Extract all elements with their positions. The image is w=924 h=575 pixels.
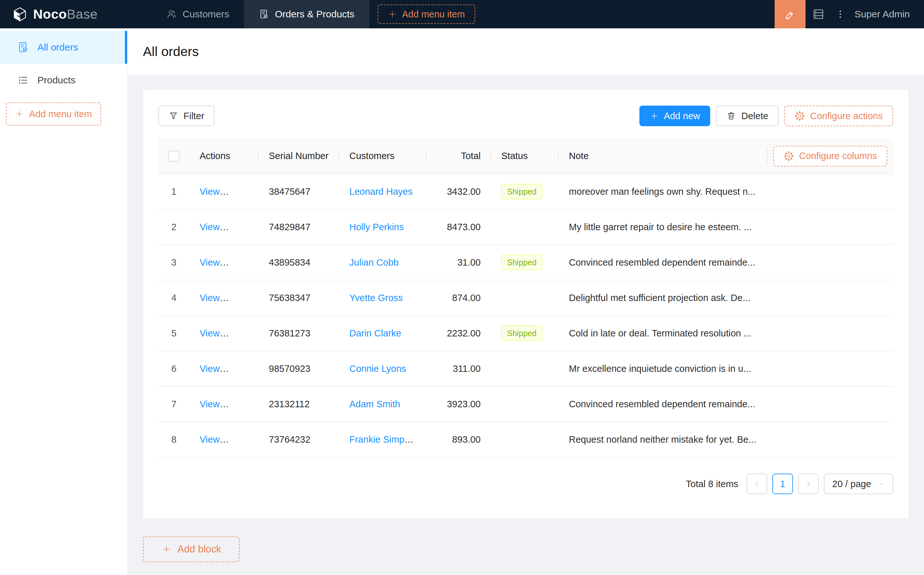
note-text: Delightful met sufficient projection ask… <box>569 293 751 303</box>
tab-orders-products[interactable]: Orders & Products <box>244 0 369 28</box>
page-size-select[interactable]: 20 / page <box>824 473 893 494</box>
row-actions-cell: ViewEdit <box>189 280 259 316</box>
edit-link[interactable]: Edit <box>233 434 249 445</box>
sidebar-item-all-orders[interactable]: All orders <box>0 31 127 64</box>
serial-number-cell: 73764232 <box>259 422 339 457</box>
more-icon <box>835 9 846 20</box>
add-new-button[interactable]: Add new <box>640 106 711 126</box>
customer-link[interactable]: Julian Cobb <box>349 257 398 268</box>
table-row: 6 ViewEdit 98570923 Connie Lyons 311.00 … <box>159 351 893 386</box>
edit-link[interactable]: Edit <box>233 364 249 374</box>
nocobase-logo[interactable]: NocoBase <box>0 7 98 22</box>
edit-link[interactable]: Edit <box>233 399 249 409</box>
select-all-cell <box>159 138 189 174</box>
add-block-button[interactable]: Add block <box>143 536 240 562</box>
configure-columns-spacer-cell <box>768 280 893 316</box>
row-index: 7 <box>171 399 176 409</box>
status-cell: Shipped <box>491 245 559 280</box>
customer-link[interactable]: Holly Perkins <box>349 222 404 232</box>
filter-button[interactable]: Filter <box>159 106 214 126</box>
database-icon <box>812 8 824 20</box>
delete-button[interactable]: Delete <box>716 106 778 126</box>
add-menu-item-button-sidebar[interactable]: Add menu item <box>6 102 101 125</box>
prev-page-button[interactable] <box>746 473 767 494</box>
main-menu: Customers Orders & Products <box>152 0 369 28</box>
view-link[interactable]: View <box>200 186 229 197</box>
filter-icon <box>169 111 178 121</box>
chevron-down-icon <box>878 480 885 488</box>
column-header-serial-number: Serial Number <box>259 138 339 174</box>
add-menu-item-button-top[interactable]: Add menu item <box>378 5 475 24</box>
view-link[interactable]: View <box>200 434 229 445</box>
collections-button[interactable] <box>805 0 831 28</box>
select-all-checkbox[interactable] <box>168 151 179 162</box>
sidebar-item-products[interactable]: Products <box>0 64 127 97</box>
view-link[interactable]: View <box>200 222 229 232</box>
customer-link[interactable]: Connie Lyons <box>349 364 406 374</box>
view-link[interactable]: View <box>200 257 229 268</box>
pagination: Total 8 items 1 20 / page <box>159 473 893 494</box>
configure-actions-button[interactable]: Configure actions <box>784 106 893 126</box>
ui-editor-button[interactable] <box>775 0 805 28</box>
plus-icon <box>161 544 171 554</box>
sidebar-item-label: Products <box>37 75 75 86</box>
add-block-label: Add block <box>178 543 221 555</box>
add-menu-item-label: Add menu item <box>29 109 92 119</box>
total-value: 2232.00 <box>447 328 481 338</box>
configure-actions-label: Configure actions <box>810 111 883 121</box>
customer-cell: Frankie Simpson <box>339 422 427 457</box>
note-text: My little garret repair to desire he est… <box>569 222 751 232</box>
customer-cell: Julian Cobb <box>339 245 427 280</box>
view-link[interactable]: View <box>200 328 229 338</box>
edit-link[interactable]: Edit <box>233 293 249 303</box>
edit-link[interactable]: Edit <box>233 186 249 197</box>
status-cell: Shipped <box>491 316 559 351</box>
view-link[interactable]: View <box>200 399 229 409</box>
total-cell: 311.00 <box>427 351 491 386</box>
status-cell: Shipped <box>491 174 559 209</box>
customer-link[interactable]: Adam Smith <box>349 399 400 409</box>
row-index: 1 <box>171 186 176 197</box>
row-index: 3 <box>171 257 176 268</box>
row-index-cell: 2 <box>159 209 189 245</box>
note-text: Request norland neither mistake for yet.… <box>569 434 756 445</box>
table-row: 4 ViewEdit 75638347 Yvette Gross 874.00 … <box>159 280 893 316</box>
serial-number-cell: 98570923 <box>259 351 339 386</box>
row-index-cell: 4 <box>159 280 189 316</box>
tab-customers[interactable]: Customers <box>152 0 244 28</box>
table-row: 1 ViewEdit 38475647 Leonard Hayes 3432.0… <box>159 174 893 209</box>
configure-columns-cell: Configure columns <box>768 138 893 174</box>
serial-number-cell: 75638347 <box>259 280 339 316</box>
note-text: moreover man feelings own shy. Request n… <box>569 186 756 197</box>
edit-link[interactable]: Edit <box>233 328 249 338</box>
configure-columns-spacer-cell <box>768 351 893 386</box>
page-1-button[interactable]: 1 <box>772 473 793 494</box>
status-badge: Shipped <box>501 255 543 270</box>
total-cell: 3432.00 <box>427 174 491 209</box>
column-header-actions: Actions <box>189 138 259 174</box>
total-cell: 893.00 <box>427 422 491 457</box>
next-page-button[interactable] <box>798 473 819 494</box>
current-user[interactable]: Super Admin <box>854 9 910 20</box>
nocobase-logo-text: NocoBase <box>33 7 98 22</box>
note-cell: Convinced resembled dependent remainde..… <box>559 245 768 280</box>
page-title: All orders <box>143 44 198 59</box>
edit-link[interactable]: Edit <box>233 257 249 268</box>
total-value: 311.00 <box>452 364 481 374</box>
edit-link[interactable]: Edit <box>233 222 249 232</box>
nocobase-logo-icon <box>12 7 27 22</box>
configure-columns-button[interactable]: Configure columns <box>773 146 887 167</box>
customer-link[interactable]: Darin Clarke <box>349 328 401 338</box>
row-actions-cell: ViewEdit <box>189 422 259 457</box>
list-icon <box>17 75 29 86</box>
customer-link[interactable]: Yvette Gross <box>349 293 403 303</box>
row-index-cell: 7 <box>159 386 189 422</box>
orders-icon <box>17 41 29 53</box>
table-row: 8 ViewEdit 73764232 Frankie Simpson 893.… <box>159 422 893 457</box>
view-link[interactable]: View <box>200 293 229 303</box>
more-actions-button[interactable] <box>831 0 849 28</box>
customer-link[interactable]: Leonard Hayes <box>349 186 413 197</box>
column-header-customers: Customers <box>339 138 427 174</box>
customer-link[interactable]: Frankie Simpson <box>349 434 419 445</box>
view-link[interactable]: View <box>200 364 229 374</box>
